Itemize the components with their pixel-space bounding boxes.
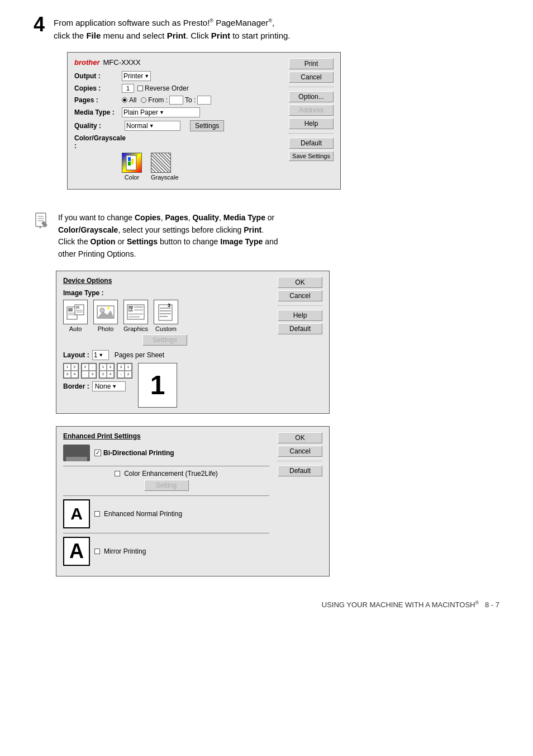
mirror-printing-label: Mirror Printing xyxy=(104,547,146,555)
note-text: If you want to change Copies, Pages, Qua… xyxy=(58,212,278,261)
pages-from-radio[interactable] xyxy=(141,97,146,103)
device-ok-button[interactable]: OK xyxy=(278,277,322,288)
mirror-printing-checkbox[interactable] xyxy=(94,549,100,554)
color-enhancement-checkbox[interactable] xyxy=(115,471,120,476)
enhanced-divider1 xyxy=(278,461,322,461)
svg-point-19 xyxy=(100,308,104,313)
big-a-mirror-box: A xyxy=(63,537,90,566)
print-button[interactable]: Print xyxy=(289,58,334,69)
quality-label: Quality : xyxy=(74,122,122,130)
mini-cell-11: 2 xyxy=(99,371,107,378)
page-footer: USING YOUR MACHINE WITH A MACINTOSH® 8 -… xyxy=(34,600,499,609)
mini-cell-3: 3 xyxy=(64,371,71,378)
photo-icon-box[interactable] xyxy=(93,300,118,324)
graphics-icon-box[interactable]: ■▲ xyxy=(123,300,148,324)
settings-button[interactable]: Settings xyxy=(190,120,224,131)
border-select[interactable]: None ▼ xyxy=(92,381,126,391)
copies-label: Copies : xyxy=(74,84,122,92)
pages-from-label: From : xyxy=(148,96,168,104)
enhanced-dialog-content: ✓ Bi-Directional Printing Color Enhancem… xyxy=(63,445,269,566)
mini-cell-14: 1 xyxy=(125,363,132,371)
layout-2-icon[interactable]: 2 ↑ ↓ 3 xyxy=(81,363,97,379)
copies-input[interactable]: 1 xyxy=(122,84,134,93)
cancel-button[interactable]: Cancel xyxy=(289,72,334,83)
footer-sup: ® xyxy=(475,600,479,606)
mini-cell-7: ↓ xyxy=(82,371,89,378)
section-divider3 xyxy=(63,533,269,533)
pages-row: Pages : All From : To : xyxy=(74,96,278,105)
mini-cell-16: 2 xyxy=(125,371,132,378)
step-number: 4 xyxy=(34,15,45,35)
copies-row: Copies : 1 Reverse Order xyxy=(74,84,278,93)
device-cancel-button[interactable]: Cancel xyxy=(278,290,322,301)
default-button[interactable]: Default xyxy=(289,138,334,149)
layout-4-icon[interactable]: 3 1 ↑↓ 2 xyxy=(117,363,132,379)
pages-to-input[interactable] xyxy=(197,96,211,105)
color-enhancement-label: Color Enhancement (True2Life) xyxy=(124,470,218,478)
bidirectional-checkbox[interactable]: ✓ xyxy=(94,450,101,456)
image-type-section: Image Type : xyxy=(63,289,266,346)
mini-cell-12: 4 xyxy=(107,371,114,378)
device-settings-btn-row: Settings xyxy=(63,334,266,346)
color-icon-container: Color xyxy=(122,153,142,181)
layout-3-icon[interactable]: 1 3 2 4 xyxy=(99,363,115,379)
media-type-select[interactable]: Plain Paper ▼ xyxy=(122,107,200,117)
reverse-order-checkbox[interactable] xyxy=(137,86,143,91)
step-text: From application software such as Presto… xyxy=(54,17,291,42)
layout-select[interactable]: 1 ▼ xyxy=(92,350,109,360)
mini-cell-9: 1 xyxy=(99,363,107,371)
enhanced-ok-button[interactable]: OK xyxy=(278,432,322,443)
svg-rect-3 xyxy=(131,159,134,164)
device-settings-btn[interactable]: Settings xyxy=(142,334,187,346)
setting-button[interactable]: Setting xyxy=(144,480,189,491)
media-type-arrow: ▼ xyxy=(159,110,164,115)
layout-1-icon[interactable]: 1 2 3 4 xyxy=(63,363,79,379)
svg-text:3: 3 xyxy=(168,303,170,308)
quality-select[interactable]: Normal ▼ xyxy=(125,121,180,131)
save-settings-button[interactable]: Save Settings xyxy=(289,151,334,161)
svg-rect-24 xyxy=(134,306,143,308)
svg-rect-25 xyxy=(134,309,143,311)
svg-text:■▲: ■▲ xyxy=(129,308,135,311)
mini-cell-6: ↑ xyxy=(89,363,96,371)
enhanced-normal-checkbox[interactable] xyxy=(94,511,100,517)
divider2 xyxy=(289,133,334,134)
auto-icon-container: Auto xyxy=(63,300,88,332)
mirror-printing-row: A Mirror Printing xyxy=(63,537,269,566)
device-help-button[interactable]: Help xyxy=(278,310,322,321)
auto-icon-box[interactable] xyxy=(63,300,88,324)
step-text-line1: From application software such as Presto… xyxy=(54,18,291,40)
svg-rect-2 xyxy=(128,162,131,166)
enhanced-default-button[interactable]: Default xyxy=(278,465,322,476)
svg-rect-27 xyxy=(129,316,140,318)
grayscale-icon[interactable] xyxy=(151,153,171,173)
custom-icon-box[interactable]: 3 xyxy=(154,300,178,324)
color-icon[interactable] xyxy=(122,153,142,173)
option-button[interactable]: Option... xyxy=(289,91,334,102)
model-name: MFC-XXXX xyxy=(103,58,141,67)
notepad-icon xyxy=(34,212,49,230)
output-select[interactable]: Printer ▼ xyxy=(122,71,151,81)
layout-row: Layout : 1 ▼ Pages per Sheet xyxy=(63,350,266,360)
mini-cell-15: ↑↓ xyxy=(117,371,125,378)
page-preview: 1 xyxy=(138,363,177,408)
svg-rect-15 xyxy=(76,306,79,309)
divider1 xyxy=(289,87,334,87)
output-label: Output : xyxy=(74,72,122,80)
mini-cell-4: 4 xyxy=(71,371,78,378)
quality-row: Quality : Normal ▼ Settings xyxy=(74,120,278,131)
layout-icons-and-border: 1 2 3 4 2 ↑ ↓ 3 1 3 xyxy=(63,363,132,391)
media-type-row: Media Type : Plain Paper ▼ xyxy=(74,107,278,117)
note-section: If you want to change Copies, Pages, Qua… xyxy=(34,212,499,261)
address-button[interactable]: Address xyxy=(289,105,334,116)
color-enhancement-row: Color Enhancement (True2Life) Setting xyxy=(63,470,269,491)
device-dialog-buttons: OK Cancel Help Default xyxy=(278,277,322,334)
pages-from-input[interactable] xyxy=(169,96,183,105)
enhanced-cancel-button[interactable]: Cancel xyxy=(278,446,322,457)
border-row: Border : None ▼ xyxy=(63,381,132,391)
help-button[interactable]: Help xyxy=(289,118,334,129)
color-label: Color xyxy=(122,174,142,181)
pages-all-radio[interactable] xyxy=(122,97,127,103)
device-default-button[interactable]: Default xyxy=(278,323,322,334)
border-arrow: ▼ xyxy=(112,384,117,389)
